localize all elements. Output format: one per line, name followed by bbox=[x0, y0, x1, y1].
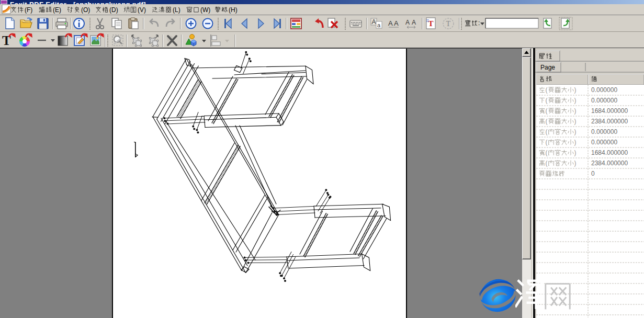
svg-text:0.000000: 0.000000 bbox=[591, 128, 617, 135]
svg-text:(: ( bbox=[546, 107, 548, 115]
svg-text:A: A bbox=[405, 19, 410, 26]
svg-text:A: A bbox=[394, 19, 399, 27]
svg-text:0.000000: 0.000000 bbox=[591, 86, 617, 94]
svg-text:): ) bbox=[574, 149, 577, 156]
svg-text:1684.000000: 1684.000000 bbox=[591, 149, 628, 156]
svg-text:(: ( bbox=[546, 149, 548, 156]
svg-text:a: a bbox=[377, 22, 381, 28]
svg-text:A: A bbox=[388, 19, 393, 27]
svg-text:1684.000000: 1684.000000 bbox=[591, 107, 628, 115]
svg-text:0.000000: 0.000000 bbox=[591, 97, 617, 104]
svg-text:2384.000000: 2384.000000 bbox=[591, 160, 628, 167]
svg-text:(: ( bbox=[546, 118, 548, 125]
svg-text:): ) bbox=[574, 139, 577, 146]
svg-text:(: ( bbox=[546, 86, 548, 94]
svg-text:0.000000: 0.000000 bbox=[591, 139, 617, 146]
svg-text:T: T bbox=[428, 19, 434, 28]
svg-text:A: A bbox=[372, 18, 376, 26]
svg-text:0: 0 bbox=[591, 170, 595, 177]
svg-text:(: ( bbox=[546, 128, 548, 135]
svg-text::: : bbox=[478, 19, 480, 27]
svg-text:): ) bbox=[574, 160, 577, 167]
svg-text:A: A bbox=[412, 19, 416, 26]
svg-text:Page: Page bbox=[540, 64, 555, 71]
svg-text:(: ( bbox=[546, 139, 548, 146]
svg-text:): ) bbox=[574, 97, 577, 104]
svg-text:(: ( bbox=[546, 97, 548, 104]
svg-text:): ) bbox=[574, 107, 577, 115]
svg-text:): ) bbox=[574, 86, 577, 94]
svg-text:T: T bbox=[446, 20, 451, 28]
svg-text:(: ( bbox=[546, 160, 548, 167]
svg-text:2384.000000: 2384.000000 bbox=[591, 118, 628, 125]
svg-text:): ) bbox=[574, 128, 577, 135]
svg-text:): ) bbox=[574, 118, 577, 125]
